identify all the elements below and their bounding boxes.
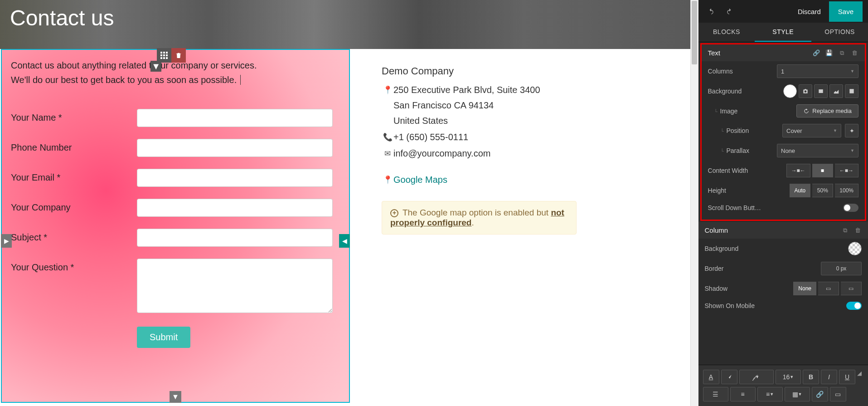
position-reset[interactable]: ✦: [845, 124, 858, 137]
shadow-none[interactable]: None: [793, 282, 816, 295]
company-label: Your Company: [11, 199, 137, 213]
company-name: Demo Company: [382, 63, 698, 79]
tab-options[interactable]: OPTIONS: [811, 23, 868, 42]
save-block-icon[interactable]: 💾: [825, 49, 833, 57]
email-input[interactable]: [137, 169, 333, 187]
font-family-select[interactable]: 𝒻 ▼: [739, 370, 774, 384]
contact-form: Your Name * Phone Number Your Email *: [11, 109, 340, 348]
redo-button[interactable]: [722, 4, 737, 19]
main-scrollbar[interactable]: [690, 0, 698, 406]
company-address-2: San Francisco CA 94134: [393, 98, 698, 113]
bg-image-option[interactable]: [799, 84, 812, 98]
align-button[interactable]: ≡ ▼: [757, 387, 783, 401]
media-button[interactable]: ▭: [830, 387, 846, 401]
name-input[interactable]: [137, 109, 333, 127]
bg-none-option[interactable]: [783, 84, 797, 98]
font-size-select[interactable]: 16 ▼: [776, 370, 801, 384]
company-phone: +1 (650) 555-0111: [393, 129, 698, 145]
highlight-button[interactable]: [721, 370, 737, 384]
parallax-label: Parallax: [708, 147, 777, 154]
width-narrow[interactable]: →■←: [786, 164, 810, 177]
block-add-below[interactable]: ▼: [170, 391, 181, 403]
page-canvas[interactable]: Contact us ▶ ◀ ▼ Contact us ab: [0, 0, 698, 406]
text-color-button[interactable]: A: [703, 370, 719, 384]
image-sub-label: Image: [708, 108, 797, 115]
undo-button[interactable]: [704, 4, 718, 19]
discard-button[interactable]: Discard: [790, 1, 829, 22]
phone-input[interactable]: [137, 139, 333, 157]
bg-gradient-option[interactable]: [829, 84, 843, 98]
clear-format-icon[interactable]: ◢: [855, 368, 863, 378]
map-config-alert: The Google map option is enabled but not…: [382, 201, 577, 235]
link-button[interactable]: 🔗: [812, 387, 828, 401]
tab-blocks[interactable]: BLOCKS: [698, 23, 755, 42]
column-section-header: Column ⧉ 🗑: [698, 222, 868, 239]
camera-icon: [802, 88, 809, 94]
text-section-header: Text 🔗 💾 ⧉ 🗑: [702, 44, 865, 61]
question-label: Your Question *: [11, 259, 137, 273]
italic-button[interactable]: I: [821, 370, 837, 384]
hero-banner: Contact us: [0, 0, 698, 49]
delete-block-button[interactable]: [171, 48, 186, 63]
unordered-list-button[interactable]: ☰: [703, 387, 728, 401]
tab-style[interactable]: STYLE: [755, 23, 811, 42]
width-normal[interactable]: ■: [812, 164, 833, 177]
text-section-highlight: Text 🔗 💾 ⧉ 🗑 Columns 1▼ Background: [700, 43, 866, 221]
bg-shape-option[interactable]: [845, 84, 858, 98]
col-bg-picker[interactable]: [848, 242, 862, 255]
replace-media-button[interactable]: Replace media: [796, 104, 858, 117]
shadow-small[interactable]: ▭: [818, 282, 839, 295]
duplicate-icon[interactable]: ⧉: [841, 227, 849, 234]
table-button[interactable]: ▦ ▼: [785, 387, 810, 401]
save-button[interactable]: Save: [829, 1, 863, 22]
height-100[interactable]: 100%: [835, 184, 858, 197]
link-icon[interactable]: 🔗: [812, 49, 820, 57]
mobile-visibility-toggle[interactable]: [846, 302, 862, 310]
block-nav-left[interactable]: ▶: [1, 234, 12, 248]
trash-icon[interactable]: 🗑: [850, 49, 858, 57]
columns-label: Columns: [708, 68, 777, 75]
move-block-button[interactable]: [157, 48, 171, 63]
editor-sidebar: Discard Save BLOCKS STYLE OPTIONS Text 🔗…: [698, 0, 868, 406]
text-section-title: Text: [708, 49, 812, 57]
trash-icon: [175, 52, 182, 59]
height-50[interactable]: 50%: [812, 184, 833, 197]
brush-icon: [833, 88, 839, 94]
grip-icon: [160, 52, 168, 59]
block-nav-right[interactable]: ◀: [339, 234, 350, 248]
position-select[interactable]: Cover▼: [782, 124, 841, 137]
trash-icon[interactable]: 🗑: [853, 227, 862, 234]
map-pin-icon: 📍: [382, 82, 393, 97]
company-email: info@yourcompany.com: [393, 146, 698, 161]
background-label: Background: [708, 88, 783, 95]
scroll-button-toggle[interactable]: [843, 204, 858, 212]
company-info: Demo Company 📍 250 Executive Park Blvd, …: [382, 63, 698, 187]
col-mobile-label: Shown On Mobile: [705, 302, 846, 309]
email-icon: ✉: [382, 146, 393, 161]
submit-button[interactable]: Submit: [137, 327, 190, 348]
selected-text-block[interactable]: ▶ ◀ ▼ Contact us about anything related …: [1, 49, 350, 403]
column-section-title: Column: [705, 226, 841, 234]
refresh-icon: [803, 108, 810, 114]
duplicate-icon[interactable]: ⧉: [838, 49, 846, 57]
columns-select[interactable]: 1▼: [777, 64, 858, 78]
phone-icon: 📞: [382, 129, 393, 144]
google-maps-link[interactable]: Google Maps: [393, 175, 447, 185]
shadow-large[interactable]: ▭: [841, 282, 862, 295]
video-icon: [818, 88, 824, 94]
bold-button[interactable]: B: [803, 370, 819, 384]
scroll-button-label: Scroll Down Butt…: [708, 204, 843, 211]
company-input[interactable]: [137, 199, 333, 217]
border-input[interactable]: [821, 262, 862, 275]
question-textarea[interactable]: [137, 259, 333, 313]
content-width-label: Content Width: [708, 167, 786, 174]
parallax-select[interactable]: None▼: [777, 144, 858, 157]
width-full[interactable]: ←■→: [835, 164, 858, 177]
bg-video-option[interactable]: [814, 84, 828, 98]
ordered-list-button[interactable]: ≡: [730, 387, 756, 401]
height-auto[interactable]: Auto: [790, 184, 811, 197]
map-pin-icon: 📍: [382, 172, 393, 187]
brush-icon: [726, 374, 732, 380]
subject-input[interactable]: [137, 229, 333, 247]
underline-button[interactable]: U: [839, 370, 855, 384]
